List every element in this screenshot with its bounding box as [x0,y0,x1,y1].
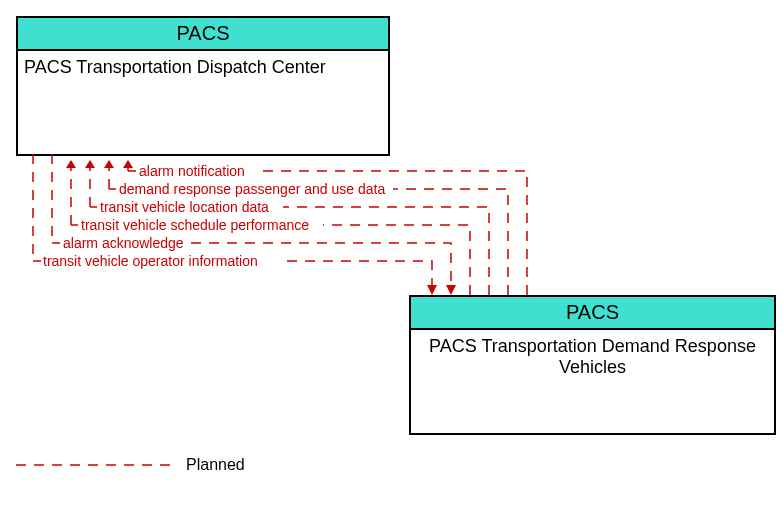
flow-label-demand-response: demand response passenger and use data [119,181,385,197]
dispatch-center-box: PACS PACS Transportation Dispatch Center [16,16,390,156]
flow-label-schedule-performance: transit vehicle schedule performance [81,217,309,233]
legend-planned-label: Planned [186,456,245,474]
response-vehicles-title: PACS Transportation Demand Response Vehi… [411,330,774,384]
flow-label-operator-information: transit vehicle operator information [43,253,258,269]
flow-label-location-data: transit vehicle location data [100,199,269,215]
dispatch-center-header: PACS [18,18,388,51]
flow-label-alarm-notification: alarm notification [139,163,245,179]
dispatch-center-title: PACS Transportation Dispatch Center [18,51,388,84]
response-vehicles-header: PACS [411,297,774,330]
flow-label-alarm-acknowledge: alarm acknowledge [63,235,184,251]
response-vehicles-box: PACS PACS Transportation Demand Response… [409,295,776,435]
